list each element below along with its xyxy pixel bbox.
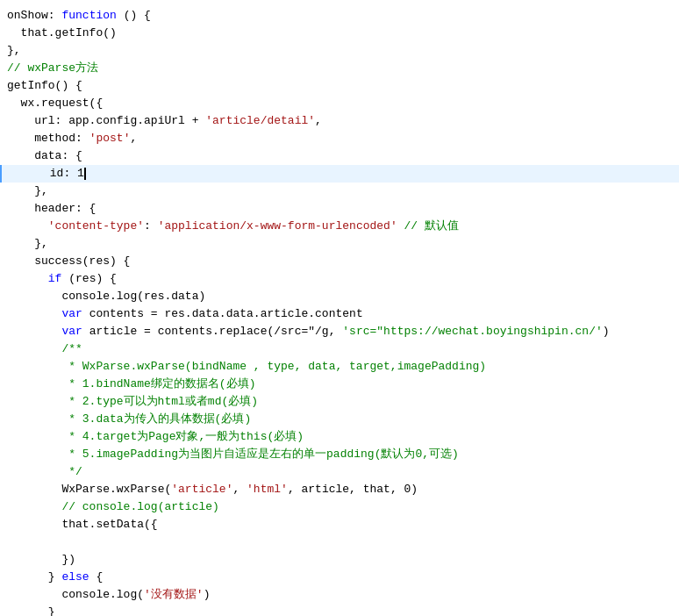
code-line: [0, 534, 679, 551]
code-line: * 3.data为传入的具体数据(必填): [0, 411, 679, 428]
code-container: onShow: function () { that.getInfo()},//…: [0, 0, 679, 616]
code-line: * WxParse.wxParse(bindName , type, data,…: [0, 358, 679, 376]
code-line: */: [0, 463, 679, 481]
code-line: getInfo() {: [0, 77, 679, 95]
code-line: },: [0, 183, 679, 200]
code-line: * 1.bindName绑定的数据名(必填): [0, 376, 679, 393]
code-line: url: app.config.apiUrl + 'article/detail…: [0, 112, 679, 130]
code-line: },: [0, 235, 679, 253]
code-line: console.log(res.data): [0, 288, 679, 305]
code-line: * 4.target为Page对象,一般为this(必填): [0, 428, 679, 446]
code-line: id: 1: [0, 165, 679, 183]
code-line: WxParse.wxParse('article', 'html', artic…: [0, 481, 679, 498]
code-line: * 5.imagePadding为当图片自适应是左右的单一padding(默认为…: [0, 446, 679, 463]
code-line: success(res) {: [0, 253, 679, 270]
code-line: }: [0, 604, 679, 616]
code-line: // wxParse方法: [0, 60, 679, 77]
code-line: wx.request({: [0, 95, 679, 112]
code-line: onShow: function () {: [0, 7, 679, 25]
code-line: 'content-type': 'application/x-www-form-…: [0, 218, 679, 235]
code-line: that.setData({: [0, 516, 679, 534]
code-line: /**: [0, 340, 679, 358]
code-line: method: 'post',: [0, 130, 679, 147]
code-line: var article = contents.replace(/src="/g,…: [0, 323, 679, 340]
code-line: console.log('没有数据'): [0, 586, 679, 604]
code-line: } else {: [0, 569, 679, 586]
code-line: header: {: [0, 200, 679, 218]
code-line: if (res) {: [0, 270, 679, 288]
code-line: data: {: [0, 147, 679, 165]
code-line: },: [0, 42, 679, 60]
code-lines: onShow: function () { that.getInfo()},//…: [0, 7, 679, 616]
code-line: var contents = res.data.data.article.con…: [0, 305, 679, 323]
code-line: * 2.type可以为html或者md(必填): [0, 393, 679, 411]
code-line: }): [0, 551, 679, 569]
code-line: that.getInfo(): [0, 25, 679, 42]
code-line: // console.log(article): [0, 498, 679, 516]
